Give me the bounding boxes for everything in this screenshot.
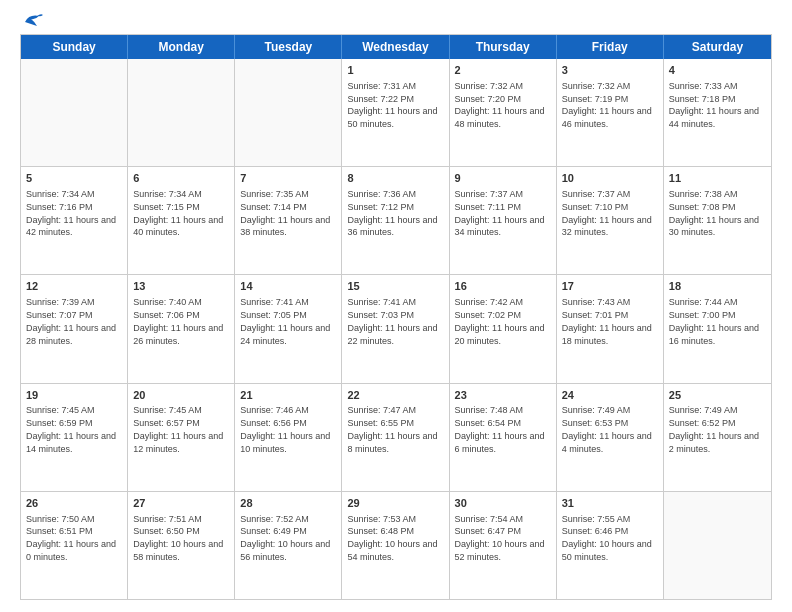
calendar-cell-5-5: 30Sunrise: 7:54 AM Sunset: 6:47 PM Dayli… <box>450 492 557 599</box>
calendar-cell-4-7: 25Sunrise: 7:49 AM Sunset: 6:52 PM Dayli… <box>664 384 771 491</box>
calendar-cell-2-2: 6Sunrise: 7:34 AM Sunset: 7:15 PM Daylig… <box>128 167 235 274</box>
day-number: 2 <box>455 63 551 78</box>
day-number: 5 <box>26 171 122 186</box>
day-info: Sunrise: 7:33 AM Sunset: 7:18 PM Dayligh… <box>669 81 759 129</box>
weekday-header-tuesday: Tuesday <box>235 35 342 59</box>
calendar-body: 1Sunrise: 7:31 AM Sunset: 7:22 PM Daylig… <box>21 59 771 599</box>
calendar-cell-4-2: 20Sunrise: 7:45 AM Sunset: 6:57 PM Dayli… <box>128 384 235 491</box>
calendar-row-2: 5Sunrise: 7:34 AM Sunset: 7:16 PM Daylig… <box>21 167 771 275</box>
page: SundayMondayTuesdayWednesdayThursdayFrid… <box>0 0 792 612</box>
calendar-cell-5-6: 31Sunrise: 7:55 AM Sunset: 6:46 PM Dayli… <box>557 492 664 599</box>
day-info: Sunrise: 7:54 AM Sunset: 6:47 PM Dayligh… <box>455 514 545 562</box>
day-info: Sunrise: 7:34 AM Sunset: 7:16 PM Dayligh… <box>26 189 116 237</box>
calendar-cell-2-6: 10Sunrise: 7:37 AM Sunset: 7:10 PM Dayli… <box>557 167 664 274</box>
day-number: 8 <box>347 171 443 186</box>
day-number: 9 <box>455 171 551 186</box>
calendar-cell-5-1: 26Sunrise: 7:50 AM Sunset: 6:51 PM Dayli… <box>21 492 128 599</box>
day-number: 22 <box>347 388 443 403</box>
calendar-cell-1-6: 3Sunrise: 7:32 AM Sunset: 7:19 PM Daylig… <box>557 59 664 166</box>
day-number: 28 <box>240 496 336 511</box>
day-info: Sunrise: 7:46 AM Sunset: 6:56 PM Dayligh… <box>240 405 330 453</box>
day-number: 6 <box>133 171 229 186</box>
calendar-cell-2-1: 5Sunrise: 7:34 AM Sunset: 7:16 PM Daylig… <box>21 167 128 274</box>
day-number: 11 <box>669 171 766 186</box>
logo-bird-icon <box>21 12 43 30</box>
day-info: Sunrise: 7:39 AM Sunset: 7:07 PM Dayligh… <box>26 297 116 345</box>
day-info: Sunrise: 7:45 AM Sunset: 6:59 PM Dayligh… <box>26 405 116 453</box>
calendar-cell-4-3: 21Sunrise: 7:46 AM Sunset: 6:56 PM Dayli… <box>235 384 342 491</box>
day-number: 16 <box>455 279 551 294</box>
day-number: 30 <box>455 496 551 511</box>
day-info: Sunrise: 7:49 AM Sunset: 6:52 PM Dayligh… <box>669 405 759 453</box>
day-number: 20 <box>133 388 229 403</box>
calendar-cell-3-6: 17Sunrise: 7:43 AM Sunset: 7:01 PM Dayli… <box>557 275 664 382</box>
logo <box>20 16 43 24</box>
calendar-row-5: 26Sunrise: 7:50 AM Sunset: 6:51 PM Dayli… <box>21 492 771 599</box>
day-number: 24 <box>562 388 658 403</box>
calendar-cell-1-7: 4Sunrise: 7:33 AM Sunset: 7:18 PM Daylig… <box>664 59 771 166</box>
calendar-cell-3-7: 18Sunrise: 7:44 AM Sunset: 7:00 PM Dayli… <box>664 275 771 382</box>
day-info: Sunrise: 7:55 AM Sunset: 6:46 PM Dayligh… <box>562 514 652 562</box>
day-number: 18 <box>669 279 766 294</box>
weekday-header-thursday: Thursday <box>450 35 557 59</box>
day-info: Sunrise: 7:35 AM Sunset: 7:14 PM Dayligh… <box>240 189 330 237</box>
calendar-cell-5-7 <box>664 492 771 599</box>
calendar-cell-4-4: 22Sunrise: 7:47 AM Sunset: 6:55 PM Dayli… <box>342 384 449 491</box>
day-info: Sunrise: 7:41 AM Sunset: 7:05 PM Dayligh… <box>240 297 330 345</box>
calendar-header: SundayMondayTuesdayWednesdayThursdayFrid… <box>21 35 771 59</box>
weekday-header-friday: Friday <box>557 35 664 59</box>
day-number: 23 <box>455 388 551 403</box>
day-number: 7 <box>240 171 336 186</box>
day-number: 15 <box>347 279 443 294</box>
day-info: Sunrise: 7:51 AM Sunset: 6:50 PM Dayligh… <box>133 514 223 562</box>
day-info: Sunrise: 7:52 AM Sunset: 6:49 PM Dayligh… <box>240 514 330 562</box>
day-info: Sunrise: 7:32 AM Sunset: 7:19 PM Dayligh… <box>562 81 652 129</box>
day-info: Sunrise: 7:36 AM Sunset: 7:12 PM Dayligh… <box>347 189 437 237</box>
weekday-header-saturday: Saturday <box>664 35 771 59</box>
day-number: 14 <box>240 279 336 294</box>
day-info: Sunrise: 7:41 AM Sunset: 7:03 PM Dayligh… <box>347 297 437 345</box>
calendar-cell-5-2: 27Sunrise: 7:51 AM Sunset: 6:50 PM Dayli… <box>128 492 235 599</box>
calendar-cell-3-1: 12Sunrise: 7:39 AM Sunset: 7:07 PM Dayli… <box>21 275 128 382</box>
day-info: Sunrise: 7:44 AM Sunset: 7:00 PM Dayligh… <box>669 297 759 345</box>
day-number: 1 <box>347 63 443 78</box>
calendar-cell-3-3: 14Sunrise: 7:41 AM Sunset: 7:05 PM Dayli… <box>235 275 342 382</box>
day-number: 26 <box>26 496 122 511</box>
calendar-cell-1-4: 1Sunrise: 7:31 AM Sunset: 7:22 PM Daylig… <box>342 59 449 166</box>
day-info: Sunrise: 7:45 AM Sunset: 6:57 PM Dayligh… <box>133 405 223 453</box>
day-number: 25 <box>669 388 766 403</box>
calendar: SundayMondayTuesdayWednesdayThursdayFrid… <box>20 34 772 600</box>
day-number: 3 <box>562 63 658 78</box>
day-number: 19 <box>26 388 122 403</box>
day-info: Sunrise: 7:50 AM Sunset: 6:51 PM Dayligh… <box>26 514 116 562</box>
day-number: 27 <box>133 496 229 511</box>
weekday-header-monday: Monday <box>128 35 235 59</box>
calendar-cell-1-2 <box>128 59 235 166</box>
calendar-cell-2-3: 7Sunrise: 7:35 AM Sunset: 7:14 PM Daylig… <box>235 167 342 274</box>
calendar-cell-2-5: 9Sunrise: 7:37 AM Sunset: 7:11 PM Daylig… <box>450 167 557 274</box>
header <box>20 16 772 24</box>
calendar-cell-2-7: 11Sunrise: 7:38 AM Sunset: 7:08 PM Dayli… <box>664 167 771 274</box>
calendar-cell-4-1: 19Sunrise: 7:45 AM Sunset: 6:59 PM Dayli… <box>21 384 128 491</box>
day-info: Sunrise: 7:37 AM Sunset: 7:10 PM Dayligh… <box>562 189 652 237</box>
calendar-cell-4-6: 24Sunrise: 7:49 AM Sunset: 6:53 PM Dayli… <box>557 384 664 491</box>
calendar-cell-4-5: 23Sunrise: 7:48 AM Sunset: 6:54 PM Dayli… <box>450 384 557 491</box>
calendar-cell-1-1 <box>21 59 128 166</box>
day-info: Sunrise: 7:42 AM Sunset: 7:02 PM Dayligh… <box>455 297 545 345</box>
calendar-cell-1-3 <box>235 59 342 166</box>
calendar-row-1: 1Sunrise: 7:31 AM Sunset: 7:22 PM Daylig… <box>21 59 771 167</box>
calendar-cell-3-5: 16Sunrise: 7:42 AM Sunset: 7:02 PM Dayli… <box>450 275 557 382</box>
calendar-row-4: 19Sunrise: 7:45 AM Sunset: 6:59 PM Dayli… <box>21 384 771 492</box>
calendar-row-3: 12Sunrise: 7:39 AM Sunset: 7:07 PM Dayli… <box>21 275 771 383</box>
calendar-cell-2-4: 8Sunrise: 7:36 AM Sunset: 7:12 PM Daylig… <box>342 167 449 274</box>
calendar-cell-1-5: 2Sunrise: 7:32 AM Sunset: 7:20 PM Daylig… <box>450 59 557 166</box>
day-number: 13 <box>133 279 229 294</box>
day-info: Sunrise: 7:49 AM Sunset: 6:53 PM Dayligh… <box>562 405 652 453</box>
day-info: Sunrise: 7:47 AM Sunset: 6:55 PM Dayligh… <box>347 405 437 453</box>
calendar-cell-3-4: 15Sunrise: 7:41 AM Sunset: 7:03 PM Dayli… <box>342 275 449 382</box>
day-info: Sunrise: 7:37 AM Sunset: 7:11 PM Dayligh… <box>455 189 545 237</box>
day-number: 31 <box>562 496 658 511</box>
day-number: 17 <box>562 279 658 294</box>
calendar-cell-5-4: 29Sunrise: 7:53 AM Sunset: 6:48 PM Dayli… <box>342 492 449 599</box>
day-number: 12 <box>26 279 122 294</box>
